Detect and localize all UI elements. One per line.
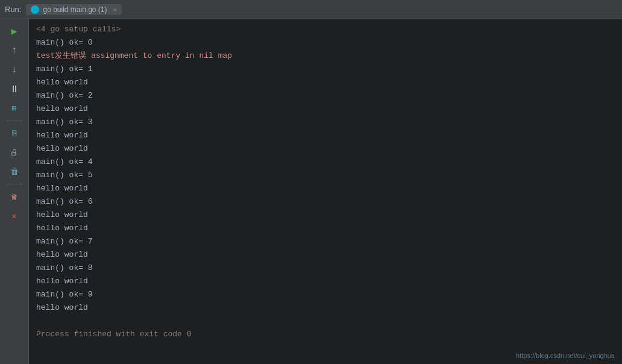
- console-line: main() ok= 3: [29, 116, 622, 129]
- top-bar: Run: go build main.go (1) ×: [0, 0, 622, 19]
- tab-label: go build main.go (1): [43, 5, 107, 14]
- console-line: main() ok= 4: [29, 155, 622, 169]
- console-line: hello world: [29, 129, 622, 142]
- run-tab[interactable]: go build main.go (1) ×: [26, 4, 122, 15]
- run-button[interactable]: ▶: [6, 23, 23, 40]
- delete-button[interactable]: 🗑: [6, 163, 23, 180]
- scroll-down-button[interactable]: ↓: [6, 61, 23, 78]
- close-tab-button[interactable]: ×: [113, 6, 117, 13]
- copy-button[interactable]: ⎘: [6, 125, 23, 142]
- console-line: hello world: [29, 275, 622, 288]
- console-line: main() ok= 1: [29, 63, 622, 76]
- console-line: main() ok= 5: [29, 169, 622, 182]
- console-line: hello world: [29, 248, 622, 262]
- coverage-button[interactable]: ☎: [6, 188, 23, 205]
- sidebar: ▶ ↑ ↓ ⏸ ⊞ ⎘ 🖨 🗑 ☎ ✕: [0, 19, 29, 364]
- main-layout: ▶ ↑ ↓ ⏸ ⊞ ⎘ 🖨 🗑 ☎ ✕ <4 go setup calls>ma…: [0, 19, 622, 364]
- console-line: hello world: [29, 222, 622, 235]
- console-line: main() ok= 6: [29, 195, 622, 209]
- sidebar-divider: [6, 121, 23, 121]
- sidebar-divider-2: [6, 184, 23, 184]
- go-icon: [31, 5, 39, 14]
- console-line: hello world: [29, 142, 622, 155]
- console-line: main() ok= 7: [29, 235, 622, 248]
- run-label: Run:: [5, 5, 21, 14]
- console-line: test发生错误 assignment to entry in nil map: [29, 49, 622, 63]
- console-line: main() ok= 8: [29, 262, 622, 275]
- console-line: hello world: [29, 102, 622, 116]
- console-line: main() ok= 2: [29, 89, 622, 102]
- print-button[interactable]: 🖨: [6, 144, 23, 161]
- console-line: hello world: [29, 209, 622, 222]
- console-line: hello world: [29, 182, 622, 195]
- restore-button[interactable]: ⊞: [6, 100, 23, 117]
- pause-button[interactable]: ⏸: [6, 81, 23, 98]
- watermark: https://blog.csdn.net/cui_yonghua: [516, 352, 615, 359]
- console-line: hello world: [29, 76, 622, 89]
- console-line: <4 go setup calls>: [29, 23, 622, 36]
- console-line: [29, 315, 622, 328]
- console-line: hello world: [29, 301, 622, 315]
- console-area[interactable]: <4 go setup calls>main() ok= 0test发生错误 a…: [29, 19, 622, 364]
- console-line: Process finished with exit code 0: [29, 328, 622, 341]
- scroll-up-button[interactable]: ↑: [6, 42, 23, 59]
- stop-button[interactable]: ✕: [6, 207, 23, 224]
- console-line: main() ok= 0: [29, 36, 622, 49]
- console-line: main() ok= 9: [29, 288, 622, 301]
